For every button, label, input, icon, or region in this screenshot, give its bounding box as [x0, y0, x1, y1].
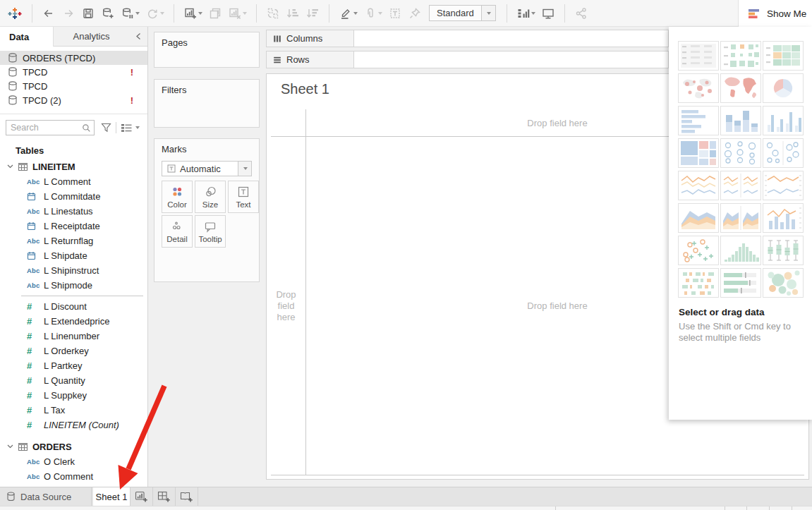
showme-stacked-bars-thumbnail[interactable] — [720, 106, 761, 135]
size-mark-button[interactable]: Size — [195, 181, 226, 213]
tab-analytics[interactable]: Analytics — [54, 27, 129, 47]
showme-horizontal-bars-thumbnail[interactable] — [678, 106, 719, 135]
showme-treemap-thumbnail[interactable] — [678, 138, 719, 168]
field-item[interactable]: L Receiptdate — [0, 219, 147, 233]
new-story-tab-button[interactable] — [176, 487, 198, 506]
fix-axes-button[interactable] — [405, 3, 425, 24]
group-members-button[interactable] — [360, 3, 385, 24]
field-item[interactable]: #L Extendedprice — [0, 314, 147, 329]
dropdown-caret-icon[interactable] — [243, 12, 247, 15]
rows-shelf[interactable]: Rows — [266, 51, 669, 68]
showme-packed-bubbles-thumbnail[interactable] — [763, 268, 804, 298]
showme-side-by-side-circles-thumbnail[interactable] — [763, 138, 804, 168]
showme-area-continuous-thumbnail[interactable] — [678, 203, 719, 233]
undo-button[interactable] — [39, 3, 59, 24]
duplicate-sheet-button[interactable] — [205, 3, 225, 24]
search-input[interactable] — [11, 123, 82, 133]
showme-lines-discrete-thumbnail[interactable] — [720, 171, 761, 200]
showme-dual-lines-thumbnail[interactable] — [763, 171, 804, 200]
data-source-tab[interactable]: Data Source — [0, 487, 92, 506]
drop-zone-rows[interactable]: Drop field here — [267, 137, 305, 475]
showme-heat-map-thumbnail[interactable] — [720, 41, 761, 71]
field-item[interactable]: #L Suppkey — [0, 388, 147, 403]
showme-side-by-side-bars-thumbnail[interactable] — [763, 106, 804, 135]
table-group-header[interactable]: ORDERS — [0, 439, 147, 454]
share-workbook-button[interactable] — [571, 3, 591, 24]
text-mark-button[interactable]: Text — [228, 181, 259, 213]
field-item[interactable]: #L Linenumber — [0, 329, 147, 344]
showme-highlight-table-thumbnail[interactable] — [763, 41, 804, 71]
data-source-item[interactable]: ORDERS (TPCD) — [0, 51, 147, 65]
fit-selector-caret[interactable] — [481, 6, 495, 20]
sheet1-tab[interactable]: Sheet 1 — [93, 487, 131, 506]
dropdown-caret-icon[interactable] — [135, 12, 140, 15]
field-item[interactable]: #LINEITEM (Count) — [0, 418, 147, 432]
field-item[interactable]: AbcL Comment — [0, 174, 147, 189]
showme-bullet-graph-thumbnail[interactable] — [720, 268, 761, 298]
showme-gantt-thumbnail[interactable] — [678, 268, 719, 298]
color-mark-button[interactable]: Color — [162, 181, 193, 213]
show-mark-labels-button[interactable] — [385, 3, 405, 24]
showme-scatter-plot-thumbnail[interactable] — [678, 236, 719, 265]
tableau-logo-icon[interactable] — [4, 3, 25, 24]
field-item[interactable]: L Shipdate — [0, 248, 147, 263]
showme-area-discrete-thumbnail[interactable] — [720, 203, 761, 233]
field-item[interactable]: AbcL Linestatus — [0, 204, 147, 219]
tab-data[interactable]: Data — [0, 27, 54, 47]
showme-symbol-map-thumbnail[interactable] — [678, 73, 719, 103]
dropdown-caret-icon[interactable] — [353, 12, 358, 15]
fit-selector[interactable]: Standard — [429, 5, 496, 21]
highlight-button[interactable] — [336, 3, 360, 24]
showme-lines-continuous-thumbnail[interactable] — [678, 171, 719, 200]
columns-shelf[interactable]: Columns — [266, 30, 669, 47]
field-item[interactable]: AbcL Shipinstruct — [0, 263, 147, 278]
dropdown-caret-icon[interactable] — [378, 12, 382, 15]
clear-sheet-button[interactable] — [225, 3, 250, 24]
run-update-button[interactable] — [143, 3, 167, 24]
show-hide-cards-button[interactable] — [514, 3, 538, 24]
sort-descending-button[interactable] — [303, 3, 322, 24]
new-worksheet-button[interactable] — [181, 3, 205, 24]
field-item[interactable]: #L Discount — [0, 299, 147, 314]
tooltip-mark-button[interactable]: Tooltip — [195, 215, 226, 248]
pages-shelf[interactable]: Pages — [154, 32, 260, 68]
pause-auto-updates-button[interactable] — [118, 3, 143, 24]
dropdown-caret-icon[interactable] — [198, 12, 202, 15]
field-item[interactable]: #L Orderkey — [0, 344, 147, 358]
field-item[interactable]: #L Tax — [0, 403, 147, 418]
data-source-item[interactable]: TPCD! — [0, 65, 147, 79]
showme-pie-chart-thumbnail[interactable] — [763, 73, 804, 103]
field-item[interactable]: L Commitdate — [0, 189, 147, 204]
mark-type-dropdown[interactable]: Automatic — [162, 161, 252, 176]
view-options-caret-icon[interactable] — [135, 126, 140, 129]
showme-filled-map-thumbnail[interactable] — [720, 73, 761, 103]
data-source-item[interactable]: TPCD — [0, 79, 147, 93]
field-item[interactable]: AbcL Returnflag — [0, 233, 147, 248]
save-button[interactable] — [78, 3, 98, 24]
presentation-mode-button[interactable] — [538, 3, 558, 24]
showme-dual-combination-thumbnail[interactable] — [763, 203, 804, 233]
showme-circle-views-thumbnail[interactable] — [720, 138, 761, 168]
new-data-source-button[interactable] — [98, 3, 118, 24]
showme-histogram-thumbnail[interactable] — [720, 236, 761, 265]
view-options-icon[interactable] — [121, 123, 132, 133]
dropdown-caret-icon[interactable] — [531, 12, 535, 15]
filter-fields-icon[interactable] — [101, 123, 111, 133]
field-item[interactable]: AbcL Shipmode — [0, 278, 147, 293]
field-item[interactable]: #L Partkey — [0, 358, 147, 373]
dropdown-caret-icon[interactable] — [160, 12, 164, 15]
detail-mark-button[interactable]: Detail — [162, 215, 193, 248]
table-group-header[interactable]: LINEITEM — [0, 159, 147, 174]
redo-button[interactable] — [59, 3, 78, 24]
new-worksheet-tab-button[interactable] — [131, 487, 153, 506]
filters-shelf[interactable]: Filters — [154, 79, 260, 128]
showme-text-table-thumbnail[interactable] — [678, 41, 719, 71]
field-item[interactable]: AbcO Clerk — [0, 454, 147, 469]
data-source-item[interactable]: TPCD (2)! — [0, 93, 147, 107]
sort-ascending-button[interactable] — [283, 3, 303, 24]
field-item[interactable]: #L Quantity — [0, 373, 147, 388]
field-item[interactable]: AbcO Comment — [0, 469, 147, 484]
show-me-button[interactable]: Show Me — [738, 0, 812, 27]
showme-box-and-whisker-thumbnail[interactable] — [763, 236, 804, 265]
new-dashboard-tab-button[interactable] — [153, 487, 176, 506]
